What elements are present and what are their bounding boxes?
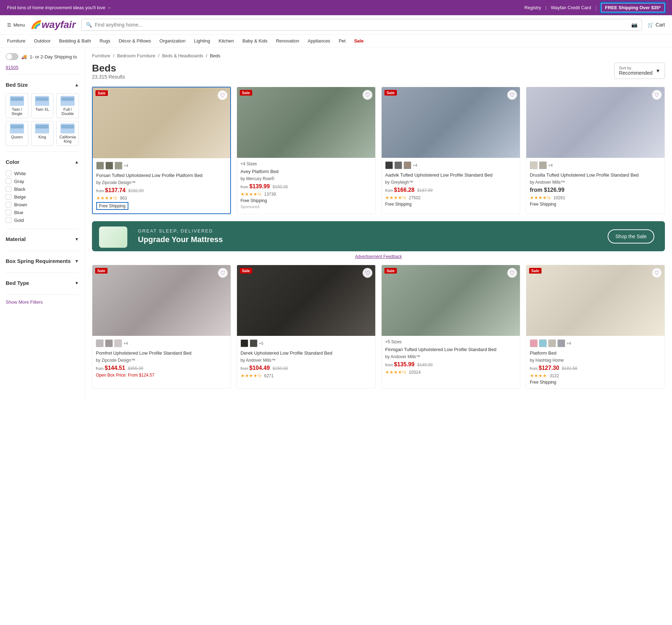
- ad-banner[interactable]: GREAT SLEEP, DELIVERED Upgrade Your Matt…: [92, 221, 665, 251]
- wishlist-btn-5[interactable]: ♡: [218, 268, 228, 278]
- logo[interactable]: 🌈 wayfair: [31, 19, 76, 30]
- color-gray[interactable]: Gray: [6, 178, 79, 184]
- page-title-area: Beds 23,315 Results Sort by Recommended …: [92, 63, 665, 80]
- bed-size-twin-xl[interactable]: Twin XL: [31, 93, 54, 118]
- color-blue[interactable]: Blue: [6, 210, 79, 215]
- swatch-4b[interactable]: [539, 161, 547, 169]
- wishlist-btn-6[interactable]: ♡: [363, 268, 372, 278]
- swatch-5a[interactable]: [96, 339, 104, 347]
- swatch-8b[interactable]: [539, 339, 547, 347]
- camera-icon[interactable]: 📷: [631, 22, 637, 28]
- wishlist-btn-7[interactable]: ♡: [507, 268, 517, 278]
- color-white-checkbox[interactable]: [6, 171, 11, 176]
- nav-baby[interactable]: Baby & Kids: [242, 38, 267, 44]
- color-blue-label: Blue: [14, 210, 23, 215]
- sort-dropdown[interactable]: Sort by Recommended ▼: [614, 63, 665, 79]
- nav-renovation[interactable]: Renovation: [276, 38, 299, 44]
- color-white[interactable]: White: [6, 171, 79, 176]
- bed-size-queen[interactable]: Queen: [6, 121, 28, 146]
- bed-king-icon: [35, 124, 49, 133]
- breadcrumb-beds-headboards[interactable]: Beds & Headboards: [162, 53, 203, 58]
- nav-furniture[interactable]: Furniture: [7, 38, 25, 44]
- swatch-5c[interactable]: [114, 339, 122, 347]
- nav-outdoor[interactable]: Outdoor: [34, 38, 51, 44]
- nav-appliances[interactable]: Appliances: [308, 38, 330, 44]
- wishlist-btn-8[interactable]: ♡: [652, 268, 662, 278]
- product-card-2[interactable]: Sale ♡ +4 Sizes Avey Platform Bed by Mer…: [237, 87, 376, 214]
- ad-banner-text: GREAT SLEEP, DELIVERED Upgrade Your Matt…: [138, 228, 601, 244]
- color-filter-header[interactable]: Color ▲: [6, 156, 79, 168]
- wishlist-btn-1[interactable]: ♡: [218, 90, 227, 100]
- swatch-3c[interactable]: [404, 161, 411, 169]
- cart-button[interactable]: 🛒 Cart: [648, 22, 665, 28]
- color-beige[interactable]: Beige: [6, 194, 79, 200]
- bed-type-filter-header[interactable]: Bed Type ▼: [6, 277, 79, 289]
- shop-the-sale-button[interactable]: Shop the Sale: [608, 229, 654, 243]
- color-gray-checkbox[interactable]: [6, 178, 11, 184]
- nav-rugs[interactable]: Rugs: [99, 38, 110, 44]
- free-shipping-2: Free Shipping: [241, 198, 372, 203]
- color-blue-checkbox[interactable]: [6, 210, 11, 215]
- nav-sale[interactable]: Sale: [354, 38, 364, 44]
- box-spring-filter-header[interactable]: Box Spring Requirements ▼: [6, 255, 79, 267]
- bed-size-cal-king[interactable]: California King: [56, 121, 79, 146]
- zip-code-link[interactable]: 91505: [6, 65, 18, 70]
- nav-bedding[interactable]: Bedding & Bath: [59, 38, 91, 44]
- bed-size-full[interactable]: Full /Double: [56, 93, 79, 118]
- swatch-more-5: +4: [123, 341, 128, 345]
- swatch-8d[interactable]: [557, 339, 565, 347]
- product-card-4[interactable]: ♡ +4 Drusilla Tufted Upholstered Low Pro…: [526, 87, 665, 214]
- swatch-6b[interactable]: [250, 339, 257, 347]
- show-more-filters-link[interactable]: Show More Filters: [6, 299, 43, 305]
- shipping-toggle-switch[interactable]: [6, 53, 18, 60]
- color-gold-checkbox[interactable]: [6, 217, 11, 223]
- swatch-4a[interactable]: [530, 161, 538, 169]
- swatch-1a[interactable]: [96, 162, 104, 170]
- nav-decor[interactable]: Décor & Pillows: [119, 38, 151, 44]
- search-input[interactable]: [95, 22, 628, 28]
- swatch-5b[interactable]: [105, 339, 113, 347]
- product-card-7[interactable]: Sale ♡ +5 Sizes Finnigan Tufted Upholste…: [381, 265, 520, 389]
- nav-lighting[interactable]: Lighting: [194, 38, 210, 44]
- credit-link[interactable]: Wayfair Credit Card: [551, 5, 591, 10]
- color-black[interactable]: Black: [6, 186, 79, 192]
- product-card-3[interactable]: Sale ♡ +4 Aadvik Tufted Upholstered Low …: [381, 87, 520, 214]
- registry-link[interactable]: Registry: [524, 5, 541, 10]
- price-area-3: from $166.28 $187.99: [385, 187, 516, 193]
- color-brown[interactable]: Brown: [6, 202, 79, 207]
- wishlist-btn-4[interactable]: ♡: [652, 90, 662, 100]
- color-brown-checkbox[interactable]: [6, 202, 11, 207]
- color-black-checkbox[interactable]: [6, 186, 11, 192]
- swatch-1c[interactable]: [115, 162, 122, 170]
- material-filter-header[interactable]: Material ▼: [6, 233, 79, 245]
- product-card-6[interactable]: Sale ♡ +5 Derek Upholstered Low Profile …: [237, 265, 376, 389]
- color-beige-checkbox[interactable]: [6, 194, 11, 200]
- breadcrumb-furniture[interactable]: Furniture: [92, 53, 110, 58]
- swatch-8c[interactable]: [548, 339, 556, 347]
- wishlist-btn-3[interactable]: ♡: [507, 90, 517, 100]
- product-card-5[interactable]: Sale ♡ +4 Pomfret Upholstered Low Profil…: [92, 265, 231, 389]
- product-card-8[interactable]: Sale ♡ +4 Platform Bed by Hashtag Home f…: [526, 265, 665, 389]
- nav-kitchen[interactable]: Kitchen: [219, 38, 234, 44]
- search-bar[interactable]: 🔍 📷: [81, 19, 642, 31]
- swatch-8a[interactable]: [530, 339, 538, 347]
- swatch-3a[interactable]: [385, 161, 393, 169]
- product-card-1[interactable]: Sale ♡ +4 Forsan Tufted Upholstered Low …: [92, 87, 231, 214]
- breadcrumb-current: Beds: [210, 53, 220, 58]
- promo-text[interactable]: Find tons of home improvement ideas you'…: [7, 5, 111, 10]
- bed-size-king[interactable]: King: [31, 121, 54, 146]
- free-shipping-8: Free Shipping: [530, 380, 661, 385]
- nav-organization[interactable]: Organization: [160, 38, 186, 44]
- color-gold[interactable]: Gold: [6, 217, 79, 223]
- bed-size-filter-header[interactable]: Bed Size ▲: [6, 79, 79, 91]
- breadcrumb-bedroom[interactable]: Bedroom Furniture: [117, 53, 155, 58]
- swatch-6a[interactable]: [241, 339, 248, 347]
- bed-size-twin[interactable]: Twin /Single: [6, 93, 28, 118]
- wishlist-btn-2[interactable]: ♡: [363, 90, 372, 100]
- swatch-1b[interactable]: [105, 162, 113, 170]
- free-shipping-banner-badge[interactable]: FREE Shipping Over $35*: [601, 3, 665, 12]
- ad-feedback-link[interactable]: Advertisement Feedback: [92, 254, 665, 259]
- swatch-3b[interactable]: [394, 161, 402, 169]
- menu-button[interactable]: ☰ Menu: [7, 22, 25, 28]
- nav-pet[interactable]: Pet: [339, 38, 346, 44]
